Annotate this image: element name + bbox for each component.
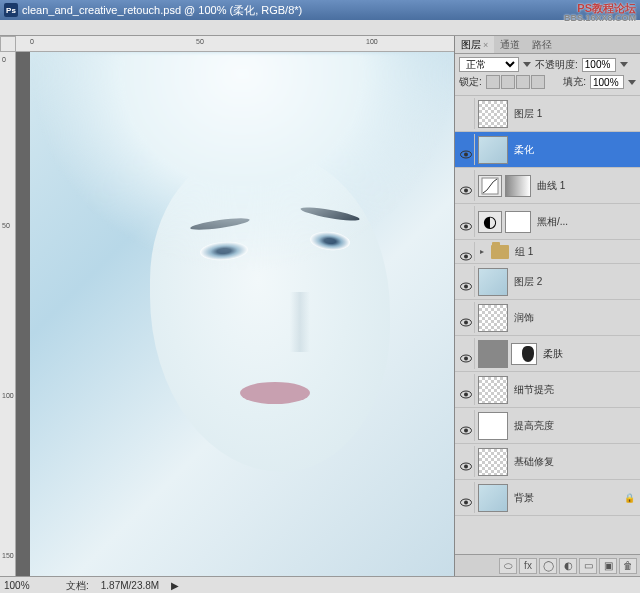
layer-thumbnail[interactable] [478, 484, 508, 512]
layer-row[interactable]: 图层 2 [455, 264, 640, 300]
delete-button[interactable]: 🗑 [619, 558, 637, 574]
layers-list[interactable]: 图层 1柔化曲线 1◐黑相/...▸组 1图层 2润饰柔肤细节提亮提高亮度基础修… [455, 96, 640, 554]
status-bar: 100% 文档: 1.87M/23.8M ▶ [0, 576, 640, 593]
eye-icon [460, 247, 472, 256]
visibility-toggle[interactable] [457, 482, 475, 513]
image-document[interactable] [30, 52, 454, 576]
layer-thumbnail[interactable] [478, 100, 508, 128]
layer-row[interactable]: 柔肤 [455, 336, 640, 372]
layer-mask-thumbnail[interactable] [505, 211, 531, 233]
visibility-toggle[interactable] [457, 302, 475, 333]
workspace: 0 50 100 0 50 100 150 [0, 36, 640, 576]
svg-point-1 [464, 153, 468, 157]
layer-name[interactable]: 组 1 [515, 245, 638, 259]
layer-name[interactable]: 图层 1 [514, 107, 638, 121]
layer-thumbnail[interactable] [478, 340, 508, 368]
layer-row[interactable]: 背景🔒 [455, 480, 640, 516]
layer-mask-thumbnail[interactable] [505, 175, 531, 197]
layer-row[interactable]: 曲线 1 [455, 168, 640, 204]
eye-icon [460, 349, 472, 358]
lock-all-icon[interactable] [531, 75, 545, 89]
eye-icon [460, 385, 472, 394]
mask-button[interactable]: ◯ [539, 558, 557, 574]
lock-transparency-icon[interactable] [486, 75, 500, 89]
layer-name[interactable]: 曲线 1 [537, 179, 638, 193]
eye-icon [460, 313, 472, 322]
layer-row[interactable]: 基础修复 [455, 444, 640, 480]
layers-panel-footer: ⬭ fx ◯ ◐ ▭ ▣ 🗑 [455, 554, 640, 576]
layer-name[interactable]: 细节提亮 [514, 383, 638, 397]
visibility-toggle[interactable] [457, 98, 475, 129]
docsize-value: 1.87M/23.8M [101, 580, 159, 591]
svg-point-20 [464, 465, 468, 469]
eye-icon [460, 421, 472, 430]
panel-tabs: 图层× 通道 路径 [455, 36, 640, 54]
opacity-slider-icon[interactable] [620, 62, 628, 67]
fill-label: 填充: [563, 75, 586, 89]
fx-button[interactable]: fx [519, 558, 537, 574]
fill-slider-icon[interactable] [628, 80, 636, 85]
svg-point-3 [464, 189, 468, 193]
visibility-toggle[interactable] [457, 134, 475, 165]
status-arrow-icon[interactable]: ▶ [171, 580, 179, 591]
fill-input[interactable] [590, 75, 624, 89]
lock-pixels-icon[interactable] [501, 75, 515, 89]
layer-name[interactable]: 柔化 [514, 143, 638, 157]
svg-point-10 [464, 285, 468, 289]
layer-name[interactable]: 背景 [514, 491, 621, 505]
ruler-vertical[interactable]: 0 50 100 150 [0, 52, 16, 576]
group-button[interactable]: ▭ [579, 558, 597, 574]
layer-thumbnail[interactable] [478, 448, 508, 476]
visibility-toggle[interactable] [457, 410, 475, 441]
document-zoom-mode: @ 100% (柔化, RGB/8*) [184, 3, 302, 18]
visibility-toggle[interactable] [457, 338, 475, 369]
layer-thumbnail[interactable] [478, 376, 508, 404]
layer-name[interactable]: 润饰 [514, 311, 638, 325]
layer-row[interactable]: 细节提亮 [455, 372, 640, 408]
blend-slider-icon[interactable] [523, 62, 531, 67]
layer-controls: 正常 不透明度: 锁定: 填充: [455, 54, 640, 96]
layer-thumbnail[interactable] [478, 268, 508, 296]
svg-point-16 [464, 393, 468, 397]
tab-layers[interactable]: 图层× [455, 36, 494, 53]
tab-channels[interactable]: 通道 [494, 36, 526, 53]
visibility-toggle[interactable] [457, 242, 475, 261]
visibility-toggle[interactable] [457, 374, 475, 405]
layer-row[interactable]: ▸组 1 [455, 240, 640, 264]
layer-name[interactable]: 图层 2 [514, 275, 638, 289]
blend-mode-select[interactable]: 正常 [459, 57, 519, 72]
visibility-toggle[interactable] [457, 206, 475, 237]
lock-label: 锁定: [459, 75, 482, 89]
layer-name[interactable]: 提高亮度 [514, 419, 638, 433]
lock-position-icon[interactable] [516, 75, 530, 89]
opacity-label: 不透明度: [535, 58, 578, 72]
eye-icon [460, 277, 472, 286]
layer-row[interactable]: ◐黑相/... [455, 204, 640, 240]
layer-thumbnail[interactable] [478, 304, 508, 332]
layer-thumbnail[interactable] [478, 412, 508, 440]
layer-row[interactable]: 图层 1 [455, 96, 640, 132]
ruler-origin[interactable] [0, 36, 16, 52]
visibility-toggle[interactable] [457, 446, 475, 477]
link-layers-button[interactable]: ⬭ [499, 558, 517, 574]
expand-arrow-icon[interactable]: ▸ [478, 247, 486, 256]
zoom-field[interactable]: 100% [4, 580, 54, 591]
layer-name[interactable]: 柔肤 [543, 347, 638, 361]
svg-point-12 [464, 321, 468, 325]
layer-row[interactable]: 润饰 [455, 300, 640, 336]
new-layer-button[interactable]: ▣ [599, 558, 617, 574]
opacity-input[interactable] [582, 58, 616, 72]
layer-thumbnail[interactable] [478, 136, 508, 164]
tab-paths[interactable]: 路径 [526, 36, 558, 53]
docsize-label: 文档: [66, 579, 89, 593]
adjustment-button[interactable]: ◐ [559, 558, 577, 574]
visibility-toggle[interactable] [457, 266, 475, 297]
layer-row[interactable]: 柔化 [455, 132, 640, 168]
layer-row[interactable]: 提高亮度 [455, 408, 640, 444]
layer-mask-thumbnail[interactable] [511, 343, 537, 365]
visibility-toggle[interactable] [457, 170, 475, 201]
layer-name[interactable]: 黑相/... [537, 215, 638, 229]
canvas[interactable] [16, 52, 454, 576]
ruler-horizontal[interactable]: 0 50 100 [16, 36, 454, 52]
layer-name[interactable]: 基础修复 [514, 455, 638, 469]
